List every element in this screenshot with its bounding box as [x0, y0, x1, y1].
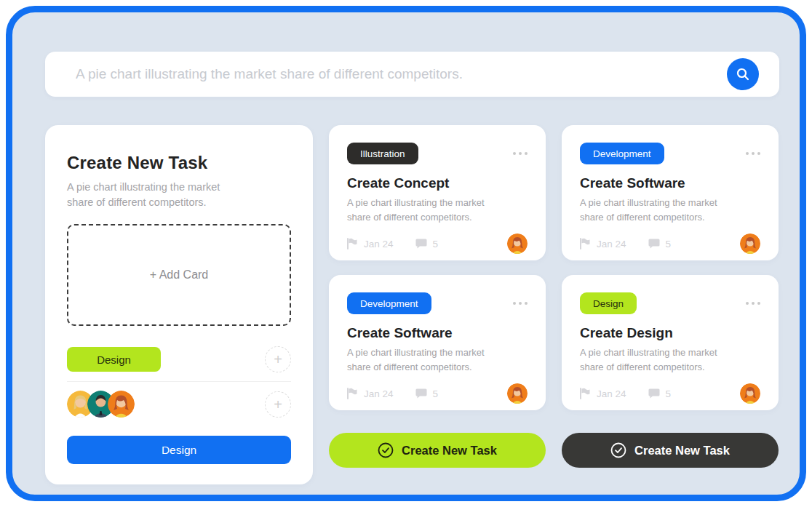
comment-icon — [648, 239, 660, 249]
create-new-task-button-secondary[interactable]: Create New Task — [562, 433, 779, 468]
plus-icon: + — [274, 352, 282, 367]
card-description: A pie chart illustrating the market shar… — [580, 346, 725, 375]
card-tag[interactable]: Development — [347, 292, 431, 314]
card-description: A pie chart illustrating the market shar… — [347, 196, 493, 225]
card-title: Create Design — [580, 325, 760, 341]
ellipsis-icon[interactable] — [513, 149, 528, 158]
tag-design[interactable]: Design — [67, 347, 161, 372]
flag-icon — [580, 388, 591, 399]
plus-icon: + — [274, 397, 282, 412]
ellipsis-icon[interactable] — [513, 299, 528, 308]
search-input[interactable] — [45, 66, 727, 82]
flag-icon — [347, 388, 358, 399]
create-task-panel: Create New Task A pie chart illustrating… — [45, 125, 313, 484]
search-icon — [736, 67, 750, 81]
panel-description: A pie chart illustrating the market shar… — [67, 180, 249, 210]
comment-icon — [648, 388, 660, 399]
card-title: Create Concept — [347, 175, 528, 191]
card-title: Create Software — [580, 175, 760, 191]
card-tag[interactable]: Development — [580, 143, 664, 164]
tag-row: Design + — [67, 346, 291, 372]
add-card-label: + Add Card — [150, 268, 209, 282]
task-card[interactable]: Illustration Create Concept A pie chart … — [329, 125, 546, 260]
add-card-dropzone[interactable]: + Add Card — [67, 224, 291, 326]
search-button[interactable] — [727, 58, 759, 90]
ellipsis-icon[interactable] — [746, 149, 760, 158]
task-card[interactable]: Design Create Design A pie chart illustr… — [562, 275, 779, 410]
task-card[interactable]: Development Create Software A pie chart … — [329, 275, 546, 410]
card-date: Jan 24 — [347, 238, 394, 249]
panel-title: Create New Task — [67, 153, 291, 173]
card-comments: 5 — [648, 239, 672, 249]
card-date: Jan 24 — [580, 388, 626, 399]
ellipsis-icon[interactable] — [746, 299, 760, 308]
card-comments: 5 — [415, 388, 439, 399]
flag-icon — [580, 238, 591, 249]
design-submit-button[interactable]: Design — [67, 436, 291, 464]
members-row: + — [67, 391, 291, 418]
add-tag-button[interactable]: + — [265, 346, 291, 372]
avatar-redhead-woman — [108, 391, 135, 418]
card-tag[interactable]: Illustration — [347, 143, 418, 164]
comment-icon — [415, 239, 427, 249]
avatar-redhead-woman — [740, 233, 760, 254]
card-comments: 5 — [415, 239, 439, 249]
card-description: A pie chart illustrating the market shar… — [580, 196, 725, 225]
check-circle-icon — [610, 442, 626, 458]
flag-icon — [347, 238, 358, 249]
add-member-button[interactable]: + — [265, 391, 291, 418]
card-description: A pie chart illustrating the market shar… — [347, 346, 493, 375]
divider — [67, 381, 291, 382]
avatar-redhead-woman — [740, 383, 760, 404]
create-new-task-button-primary[interactable]: Create New Task — [329, 433, 546, 468]
search-bar — [45, 52, 779, 97]
avatar-group — [67, 391, 135, 418]
app-frame: Create New Task A pie chart illustrating… — [6, 6, 806, 501]
card-title: Create Software — [347, 325, 528, 341]
check-circle-icon — [378, 442, 394, 458]
avatar-redhead-woman — [507, 383, 528, 404]
task-card[interactable]: Development Create Software A pie chart … — [562, 125, 779, 260]
card-tag[interactable]: Design — [580, 292, 637, 314]
comment-icon — [415, 388, 427, 399]
card-date: Jan 24 — [347, 388, 394, 399]
card-date: Jan 24 — [580, 238, 626, 249]
avatar-redhead-woman — [507, 233, 528, 254]
card-comments: 5 — [648, 388, 672, 399]
